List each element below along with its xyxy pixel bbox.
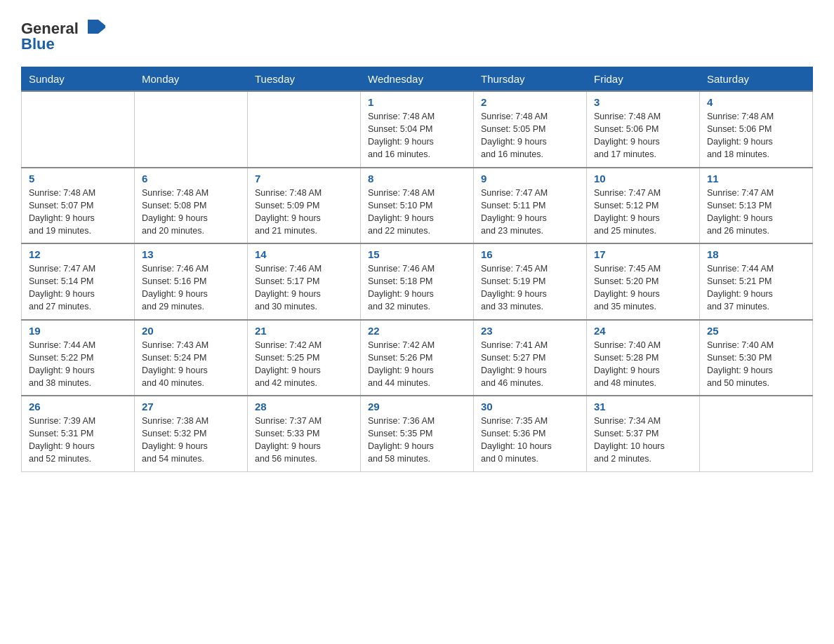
calendar-cell: 11Sunrise: 7:47 AM Sunset: 5:13 PM Dayli… (700, 168, 813, 244)
week-row: 5Sunrise: 7:48 AM Sunset: 5:07 PM Daylig… (22, 168, 813, 244)
day-number: 16 (481, 248, 579, 260)
day-info: Sunrise: 7:46 AM Sunset: 5:17 PM Dayligh… (255, 262, 353, 314)
day-number: 6 (142, 173, 240, 185)
calendar-cell: 7Sunrise: 7:48 AM Sunset: 5:09 PM Daylig… (248, 168, 361, 244)
day-number: 19 (29, 325, 127, 337)
day-number: 14 (255, 248, 353, 260)
calendar-cell: 15Sunrise: 7:46 AM Sunset: 5:18 PM Dayli… (361, 243, 474, 320)
day-info: Sunrise: 7:35 AM Sunset: 5:36 PM Dayligh… (481, 415, 579, 466)
calendar-cell (700, 396, 813, 471)
calendar-cell: 9Sunrise: 7:47 AM Sunset: 5:11 PM Daylig… (474, 168, 587, 244)
day-info: Sunrise: 7:40 AM Sunset: 5:30 PM Dayligh… (707, 339, 805, 390)
calendar-cell: 20Sunrise: 7:43 AM Sunset: 5:24 PM Dayli… (135, 320, 248, 396)
day-info: Sunrise: 7:48 AM Sunset: 5:09 PM Dayligh… (255, 187, 353, 238)
day-number: 28 (255, 401, 353, 412)
calendar-cell: 8Sunrise: 7:48 AM Sunset: 5:10 PM Daylig… (361, 168, 474, 244)
day-info: Sunrise: 7:47 AM Sunset: 5:14 PM Dayligh… (29, 262, 127, 314)
calendar-cell: 17Sunrise: 7:45 AM Sunset: 5:20 PM Dayli… (587, 243, 700, 320)
day-info: Sunrise: 7:47 AM Sunset: 5:12 PM Dayligh… (594, 187, 692, 238)
calendar-cell: 28Sunrise: 7:37 AM Sunset: 5:33 PM Dayli… (248, 396, 361, 471)
page-header: General Blue (21, 14, 813, 55)
day-of-week-header: Friday (587, 67, 700, 92)
calendar-cell (135, 91, 248, 168)
day-number: 7 (255, 173, 353, 185)
day-number: 26 (29, 401, 127, 412)
calendar-cell: 12Sunrise: 7:47 AM Sunset: 5:14 PM Dayli… (22, 243, 135, 320)
day-info: Sunrise: 7:47 AM Sunset: 5:13 PM Dayligh… (707, 187, 805, 238)
calendar-cell: 18Sunrise: 7:44 AM Sunset: 5:21 PM Dayli… (700, 243, 813, 320)
calendar-cell: 27Sunrise: 7:38 AM Sunset: 5:32 PM Dayli… (135, 396, 248, 471)
day-info: Sunrise: 7:48 AM Sunset: 5:06 PM Dayligh… (707, 110, 805, 161)
day-number: 27 (142, 401, 240, 412)
calendar-cell: 19Sunrise: 7:44 AM Sunset: 5:22 PM Dayli… (22, 320, 135, 396)
day-info: Sunrise: 7:40 AM Sunset: 5:28 PM Dayligh… (594, 339, 692, 390)
day-number: 24 (594, 325, 692, 337)
day-number: 15 (368, 248, 466, 260)
calendar-cell: 5Sunrise: 7:48 AM Sunset: 5:07 PM Daylig… (22, 168, 135, 244)
day-number: 22 (368, 325, 466, 337)
day-info: Sunrise: 7:41 AM Sunset: 5:27 PM Dayligh… (481, 339, 579, 390)
day-number: 2 (481, 96, 579, 108)
logo-icon: General Blue (21, 14, 105, 53)
svg-text:Blue: Blue (21, 35, 55, 53)
day-number: 8 (368, 173, 466, 185)
day-info: Sunrise: 7:46 AM Sunset: 5:16 PM Dayligh… (142, 262, 240, 314)
day-info: Sunrise: 7:47 AM Sunset: 5:11 PM Dayligh… (481, 187, 579, 238)
day-info: Sunrise: 7:45 AM Sunset: 5:20 PM Dayligh… (594, 262, 692, 314)
day-number: 1 (368, 96, 466, 108)
day-info: Sunrise: 7:48 AM Sunset: 5:07 PM Dayligh… (29, 187, 127, 238)
day-number: 17 (594, 248, 692, 260)
day-number: 3 (594, 96, 692, 108)
week-row: 12Sunrise: 7:47 AM Sunset: 5:14 PM Dayli… (22, 243, 813, 320)
day-info: Sunrise: 7:36 AM Sunset: 5:35 PM Dayligh… (368, 415, 466, 466)
calendar-cell: 14Sunrise: 7:46 AM Sunset: 5:17 PM Dayli… (248, 243, 361, 320)
calendar-header-row: SundayMondayTuesdayWednesdayThursdayFrid… (22, 67, 813, 92)
day-number: 4 (707, 96, 805, 108)
day-of-week-header: Saturday (700, 67, 813, 92)
day-number: 23 (481, 325, 579, 337)
day-info: Sunrise: 7:48 AM Sunset: 5:06 PM Dayligh… (594, 110, 692, 161)
day-number: 30 (481, 401, 579, 412)
day-info: Sunrise: 7:48 AM Sunset: 5:04 PM Dayligh… (368, 110, 466, 161)
day-info: Sunrise: 7:39 AM Sunset: 5:31 PM Dayligh… (29, 415, 127, 466)
calendar-cell: 6Sunrise: 7:48 AM Sunset: 5:08 PM Daylig… (135, 168, 248, 244)
day-number: 21 (255, 325, 353, 337)
day-number: 12 (29, 248, 127, 260)
calendar-table: SundayMondayTuesdayWednesdayThursdayFrid… (21, 67, 813, 472)
day-number: 31 (594, 401, 692, 412)
calendar-cell: 23Sunrise: 7:41 AM Sunset: 5:27 PM Dayli… (474, 320, 587, 396)
day-info: Sunrise: 7:42 AM Sunset: 5:26 PM Dayligh… (368, 339, 466, 390)
week-row: 1Sunrise: 7:48 AM Sunset: 5:04 PM Daylig… (22, 91, 813, 168)
day-number: 25 (707, 325, 805, 337)
svg-marker-1 (88, 20, 98, 34)
calendar-cell: 10Sunrise: 7:47 AM Sunset: 5:12 PM Dayli… (587, 168, 700, 244)
calendar-cell: 3Sunrise: 7:48 AM Sunset: 5:06 PM Daylig… (587, 91, 700, 168)
day-info: Sunrise: 7:42 AM Sunset: 5:25 PM Dayligh… (255, 339, 353, 390)
day-info: Sunrise: 7:45 AM Sunset: 5:19 PM Dayligh… (481, 262, 579, 314)
day-info: Sunrise: 7:37 AM Sunset: 5:33 PM Dayligh… (255, 415, 353, 466)
calendar-cell: 22Sunrise: 7:42 AM Sunset: 5:26 PM Dayli… (361, 320, 474, 396)
calendar-cell: 13Sunrise: 7:46 AM Sunset: 5:16 PM Dayli… (135, 243, 248, 320)
day-number: 29 (368, 401, 466, 412)
day-of-week-header: Thursday (474, 67, 587, 92)
calendar-cell: 30Sunrise: 7:35 AM Sunset: 5:36 PM Dayli… (474, 396, 587, 471)
calendar-cell (22, 91, 135, 168)
day-number: 11 (707, 173, 805, 185)
day-number: 9 (481, 173, 579, 185)
day-info: Sunrise: 7:46 AM Sunset: 5:18 PM Dayligh… (368, 262, 466, 314)
day-number: 18 (707, 248, 805, 260)
calendar-cell: 4Sunrise: 7:48 AM Sunset: 5:06 PM Daylig… (700, 91, 813, 168)
calendar-cell: 31Sunrise: 7:34 AM Sunset: 5:37 PM Dayli… (587, 396, 700, 471)
calendar-cell: 1Sunrise: 7:48 AM Sunset: 5:04 PM Daylig… (361, 91, 474, 168)
svg-marker-2 (98, 20, 105, 34)
day-info: Sunrise: 7:43 AM Sunset: 5:24 PM Dayligh… (142, 339, 240, 390)
calendar-cell: 29Sunrise: 7:36 AM Sunset: 5:35 PM Dayli… (361, 396, 474, 471)
calendar-cell: 21Sunrise: 7:42 AM Sunset: 5:25 PM Dayli… (248, 320, 361, 396)
logo-text: General Blue (21, 14, 105, 55)
calendar-cell (248, 91, 361, 168)
calendar-cell: 25Sunrise: 7:40 AM Sunset: 5:30 PM Dayli… (700, 320, 813, 396)
day-info: Sunrise: 7:48 AM Sunset: 5:08 PM Dayligh… (142, 187, 240, 238)
calendar-cell: 26Sunrise: 7:39 AM Sunset: 5:31 PM Dayli… (22, 396, 135, 471)
day-of-week-header: Tuesday (248, 67, 361, 92)
day-number: 20 (142, 325, 240, 337)
